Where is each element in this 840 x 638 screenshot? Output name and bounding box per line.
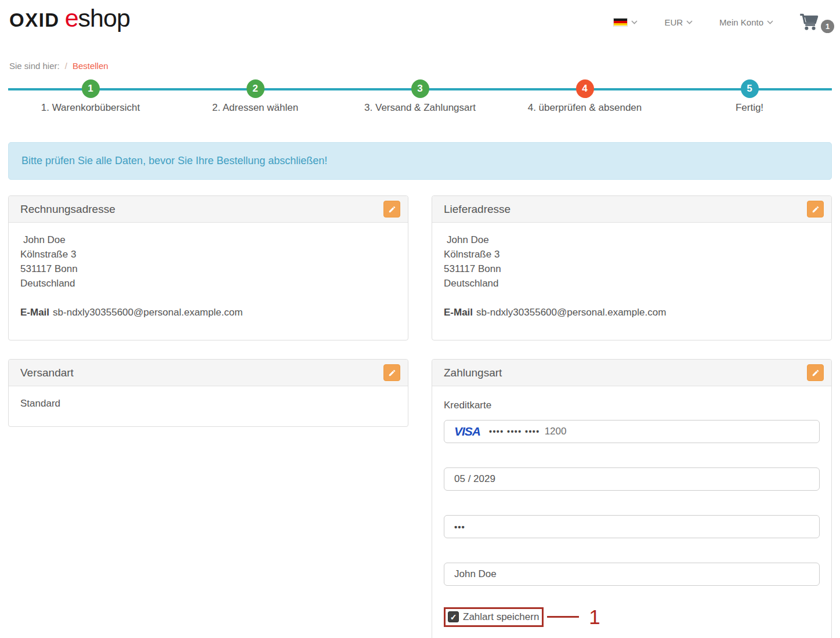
chevron-down-icon [631,20,638,24]
pencil-icon [812,205,820,213]
delivery-address-body: John Doe Kölnstraße 3 531117 Bonn Deutsc… [432,223,831,340]
addresses-row: Rechnungsadresse John Doe Kölnstraße 3 5… [8,195,832,340]
edit-delivery-address-button[interactable] [807,201,824,217]
card-last4: 1200 [545,426,567,437]
save-payment-row: ✓ Zahlart speichern 1 [444,607,820,627]
cart-button[interactable]: 1 [798,13,830,31]
delivery-city: 531117 Bonn [444,262,820,276]
card-expiry-value: 05 / 2029 [454,473,495,485]
annotation-number: 1 [589,607,600,627]
cart-count-badge: 1 [821,20,834,33]
delivery-street: Kölnstraße 3 [444,247,820,262]
card-expiry-field[interactable]: 05 / 2029 [444,467,820,491]
billing-email-row: E-Mailsb-ndxly30355600@personal.example.… [20,305,396,320]
logo-eshop-text: eshop [65,6,130,31]
breadcrumb-prefix: Sie sind hier: [9,61,60,71]
delivery-address-header: Lieferadresse [432,196,831,223]
pencil-icon [388,369,396,377]
cart-icon [798,13,821,31]
step-1-circle: 1 [82,79,100,98]
step-5-label: Fertig! [736,102,763,114]
step-5-done[interactable]: 5 Fertig! [667,79,832,114]
shop-logo[interactable]: OXID eshop [9,6,130,31]
shipping-method-panel: Versandart Standard [8,359,408,427]
chevron-down-icon [767,20,773,24]
save-payment-checkbox[interactable]: ✓ [448,611,459,622]
card-holder-value: John Doe [454,568,497,580]
card-holder-field[interactable]: John Doe [444,563,820,586]
save-payment-label: Zahlart speichern [463,611,539,623]
billing-address-body: John Doe Kölnstraße 3 531117 Bonn Deutsc… [9,223,408,340]
payment-panel: Zahlungsart Kreditkarte VISA •••• •••• •… [432,359,832,638]
step-4-label: 4. überprüfen & absenden [528,102,642,114]
breadcrumb-current[interactable]: Bestellen [73,61,108,71]
shipping-method-value: Standard [20,396,396,411]
logo-oxid-text: OXID [9,9,60,31]
card-number-mask: •••• •••• •••• [489,427,540,436]
billing-city: 531117 Bonn [20,262,396,276]
step-5-circle: 5 [741,79,759,98]
shipping-method-title: Versandart [20,367,74,379]
step-4-circle: 4 [576,79,594,98]
step-3-circle: 3 [411,79,429,98]
shipping-payment-row: Versandart Standard Zahlungsart Kreditka… [8,359,832,638]
delivery-email-row: E-Mailsb-ndxly30355600@personal.example.… [444,305,820,320]
billing-country: Deutschland [20,276,396,291]
delivery-name: John Doe [444,233,820,247]
step-4-review[interactable]: 4 4. überprüfen & absenden [502,79,667,114]
billing-name: John Doe [20,233,396,247]
payment-title: Zahlungsart [444,367,502,379]
annotation-line [547,616,579,618]
billing-email-value: sb-ndxly30355600@personal.example.com [53,307,242,318]
breadcrumb-separator: / [65,61,67,71]
step-1-label: 1. Warenkorbübersicht [41,102,140,114]
billing-email-label: E-Mail [20,307,49,318]
card-cvc-mask: ••• [454,522,465,532]
step-3-label: 3. Versand & Zahlungsart [364,102,476,114]
billing-address-title: Rechnungsadresse [20,203,115,216]
delivery-email-label: E-Mail [444,307,473,318]
step-2-circle: 2 [247,79,265,98]
delivery-email-value: sb-ndxly30355600@personal.example.com [476,307,666,318]
header-actions: EUR Mein Konto 1 [600,13,830,31]
payment-body: Kreditkarte VISA •••• •••• •••• 1200 05 … [432,386,831,638]
pencil-icon [388,205,396,213]
pencil-icon [812,369,820,377]
breadcrumb: Sie sind hier: / Bestellen [9,61,831,71]
shipping-method-header: Versandart [9,360,408,386]
currency-selector[interactable]: EUR [651,17,706,27]
edit-payment-button[interactable] [807,364,824,381]
payment-method-label: Kreditkarte [444,400,820,411]
chevron-down-icon [686,20,693,24]
edit-billing-address-button[interactable] [383,201,400,217]
progress-steps: 1 1. Warenkorbübersicht 2 2. Adressen wä… [8,79,832,114]
currency-label: EUR [664,17,683,27]
step-2-addresses[interactable]: 2 2. Adressen wählen [173,79,338,114]
card-number-field[interactable]: VISA •••• •••• •••• 1200 [444,420,820,443]
step-2-label: 2. Adressen wählen [212,102,298,114]
annotation-highlight-box: ✓ Zahlart speichern [444,607,544,627]
billing-address-header: Rechnungsadresse [9,196,408,223]
visa-logo: VISA [454,425,480,438]
delivery-address-panel: Lieferadresse John Doe Kölnstraße 3 5311… [432,195,832,340]
delivery-address-title: Lieferadresse [444,203,510,216]
card-cvc-field[interactable]: ••• [444,515,820,538]
edit-shipping-method-button[interactable] [383,364,400,381]
billing-address-panel: Rechnungsadresse John Doe Kölnstraße 3 5… [8,195,408,340]
top-header: OXID eshop EUR Mein Konto 1 [0,0,840,35]
checkout-progress: 1 1. Warenkorbübersicht 2 2. Adressen wä… [0,79,840,121]
shipping-method-body: Standard [9,386,408,426]
billing-street: Kölnstraße 3 [20,247,396,262]
step-1-basket[interactable]: 1 1. Warenkorbübersicht [8,79,173,114]
logo-shop-text: shop [78,4,130,32]
delivery-country: Deutschland [444,276,820,291]
payment-header: Zahlungsart [432,360,831,386]
german-flag-icon [613,18,628,27]
logo-e-red: e [65,4,78,32]
step-3-shipping-payment[interactable]: 3 3. Versand & Zahlungsart [338,79,502,114]
language-selector[interactable] [600,18,651,27]
review-notice-banner: Bitte prüfen Sie alle Daten, bevor Sie I… [8,142,832,180]
account-label: Mein Konto [719,17,763,27]
account-menu[interactable]: Mein Konto [706,17,787,27]
